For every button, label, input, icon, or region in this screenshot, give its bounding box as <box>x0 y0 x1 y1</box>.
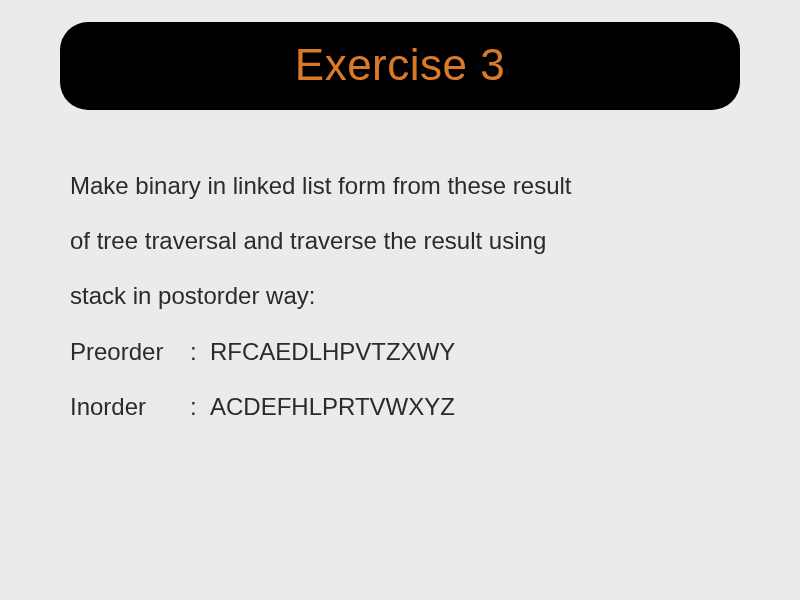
instruction-line: stack in postorder way: <box>70 268 740 323</box>
exercise-body: Make binary in linked list form from the… <box>70 158 740 434</box>
traversal-separator: : <box>190 324 210 379</box>
traversal-label: Inorder <box>70 379 190 434</box>
traversal-separator: : <box>190 379 210 434</box>
instruction-line: Make binary in linked list form from the… <box>70 158 740 213</box>
traversal-value: RFCAEDLHPVTZXWY <box>210 324 455 379</box>
traversal-value: ACDEFHLPRTVWXYZ <box>210 379 455 434</box>
page-title: Exercise 3 <box>60 40 740 90</box>
traversal-row: Preorder : RFCAEDLHPVTZXWY <box>70 324 740 379</box>
instruction-line: of tree traversal and traverse the resul… <box>70 213 740 268</box>
traversal-row: Inorder : ACDEFHLPRTVWXYZ <box>70 379 740 434</box>
traversal-label: Preorder <box>70 324 190 379</box>
title-banner: Exercise 3 <box>60 22 740 110</box>
